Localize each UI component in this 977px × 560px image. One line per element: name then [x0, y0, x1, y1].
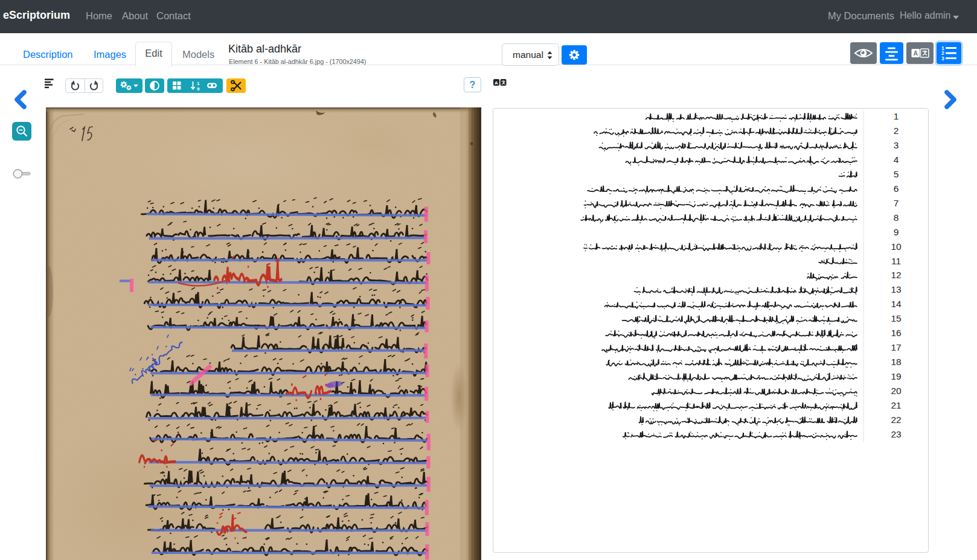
svg-text:6: 6 — [894, 183, 899, 194]
svg-text:7: 7 — [894, 198, 899, 208]
svg-text:8: 8 — [894, 212, 899, 223]
svg-text:3: 3 — [941, 56, 944, 62]
svg-text:3: 3 — [894, 140, 899, 150]
svg-text:19: 19 — [891, 371, 901, 381]
svg-text:12: 12 — [891, 270, 901, 280]
svg-text:9: 9 — [197, 86, 200, 92]
svg-text:21: 21 — [891, 400, 901, 410]
svg-text:A: A — [495, 80, 498, 86]
svg-text:A: A — [913, 49, 918, 57]
svg-text:1: 1 — [894, 111, 899, 121]
svg-text:15: 15 — [891, 313, 901, 323]
svg-text:17: 17 — [891, 342, 901, 352]
svg-text:20: 20 — [891, 386, 902, 396]
svg-text:2: 2 — [894, 126, 899, 136]
svg-text:10: 10 — [891, 241, 902, 252]
svg-text:13: 13 — [891, 284, 901, 294]
svg-text:23: 23 — [891, 429, 901, 439]
svg-text:9: 9 — [894, 227, 899, 237]
svg-text:4: 4 — [894, 154, 899, 165]
svg-text:14: 14 — [891, 299, 902, 309]
svg-text:5: 5 — [894, 169, 899, 179]
svg-text:1: 1 — [197, 81, 200, 86]
svg-text:22: 22 — [891, 415, 901, 425]
svg-text:11: 11 — [891, 256, 901, 266]
svg-text:18: 18 — [891, 357, 901, 367]
svg-text:16: 16 — [891, 328, 901, 338]
